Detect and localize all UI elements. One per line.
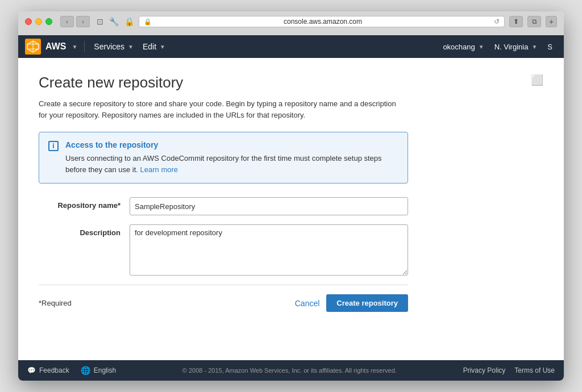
repo-name-input[interactable] bbox=[130, 197, 408, 215]
description-textarea[interactable] bbox=[130, 224, 408, 276]
share-button[interactable]: ⬆ bbox=[509, 16, 523, 27]
ssl-lock-icon: 🔒 bbox=[144, 18, 152, 26]
reload-icon[interactable]: ↺ bbox=[494, 18, 500, 26]
page-title: Create new repository bbox=[39, 74, 183, 91]
info-icon: i bbox=[48, 141, 59, 151]
repo-name-label: Repository name* bbox=[39, 197, 130, 210]
info-title: Access to the repository bbox=[65, 140, 398, 149]
aws-cube-icon bbox=[25, 39, 41, 55]
forward-button[interactable]: › bbox=[76, 16, 90, 27]
form-actions: Cancel Create repository bbox=[295, 294, 408, 312]
url-text: console.aws.amazon.com bbox=[155, 18, 490, 26]
info-text: Users connecting to an AWS CodeCommit re… bbox=[65, 153, 398, 175]
info-box: i Access to the repository Users connect… bbox=[39, 132, 408, 184]
edit-dropdown-arrow: ▼ bbox=[160, 44, 165, 50]
window-expand-icon[interactable]: ⬜ bbox=[531, 74, 543, 86]
cancel-button[interactable]: Cancel bbox=[295, 299, 320, 308]
copyright-text: © 2008 - 2015, Amazon Web Services, Inc.… bbox=[127, 367, 452, 374]
back-button[interactable]: ‹ bbox=[60, 16, 74, 27]
tab-bar bbox=[25, 31, 557, 35]
browser-chrome: ‹ › ⊡ 🔧 🔒 🔒 console.aws.amazon.com ↺ ⬆ ⧉… bbox=[18, 11, 564, 35]
lock-tab-icon[interactable]: 🔒 bbox=[124, 17, 134, 26]
maximize-button[interactable] bbox=[45, 18, 52, 25]
nav-divider bbox=[84, 41, 85, 52]
tools-icon[interactable]: 🔧 bbox=[109, 17, 119, 26]
aws-nav: AWS ▼ Services ▼ Edit ▼ okochang ▼ N. Vi… bbox=[18, 35, 564, 58]
learn-more-link[interactable]: Learn more bbox=[140, 165, 178, 174]
globe-icon: 🌐 bbox=[81, 366, 90, 375]
privacy-policy-link[interactable]: Privacy Policy bbox=[463, 366, 506, 374]
edit-menu[interactable]: Edit ▼ bbox=[138, 35, 170, 58]
repo-name-row: Repository name* bbox=[39, 197, 408, 215]
page-description: Create a secure repository to store and … bbox=[39, 98, 402, 120]
aws-dropdown-arrow: ▼ bbox=[72, 44, 77, 50]
extra-nav[interactable]: S bbox=[543, 35, 557, 58]
feedback-label: Feedback bbox=[39, 366, 69, 374]
page-footer: 💬 Feedback 🌐 English © 2008 - 2015, Amaz… bbox=[18, 360, 564, 381]
main-content: Create new repository ⬜ Create a secure … bbox=[18, 58, 564, 360]
minimize-button[interactable] bbox=[35, 18, 42, 25]
page-header: Create new repository ⬜ bbox=[39, 74, 543, 91]
description-label: Description bbox=[39, 224, 130, 237]
user-dropdown-arrow: ▼ bbox=[479, 44, 484, 50]
user-menu[interactable]: okochang ▼ bbox=[438, 35, 488, 58]
terms-of-use-link[interactable]: Terms of Use bbox=[514, 366, 555, 374]
form-divider bbox=[39, 285, 408, 285]
region-dropdown-arrow: ▼ bbox=[531, 44, 537, 50]
language-label: English bbox=[94, 366, 116, 374]
feedback-icon: 💬 bbox=[27, 366, 36, 374]
sidebar-icon[interactable]: ⊡ bbox=[97, 17, 103, 26]
create-repository-button[interactable]: Create repository bbox=[326, 294, 408, 312]
description-row: Description bbox=[39, 224, 408, 276]
close-button[interactable] bbox=[25, 18, 32, 25]
form-footer: *Required Cancel Create repository bbox=[39, 294, 408, 312]
services-dropdown-arrow: ▼ bbox=[128, 44, 134, 50]
aws-label: AWS bbox=[45, 41, 66, 52]
aws-logo[interactable]: AWS ▼ bbox=[25, 39, 77, 55]
tabs-button[interactable]: ⧉ bbox=[527, 16, 541, 27]
new-tab-button[interactable]: + bbox=[546, 16, 557, 27]
info-content: Access to the repository Users connectin… bbox=[65, 140, 398, 175]
feedback-button[interactable]: 💬 Feedback bbox=[27, 366, 69, 374]
services-menu[interactable]: Services ▼ bbox=[89, 35, 138, 58]
footer-links: Privacy Policy Terms of Use bbox=[463, 366, 555, 374]
language-selector[interactable]: 🌐 English bbox=[81, 366, 116, 375]
region-menu[interactable]: N. Virginia ▼ bbox=[490, 35, 542, 58]
required-note: *Required bbox=[39, 299, 72, 307]
address-bar[interactable]: 🔒 console.aws.amazon.com ↺ bbox=[139, 16, 505, 27]
traffic-lights bbox=[25, 18, 52, 25]
browser-window: ‹ › ⊡ 🔧 🔒 🔒 console.aws.amazon.com ↺ ⬆ ⧉… bbox=[18, 11, 564, 381]
